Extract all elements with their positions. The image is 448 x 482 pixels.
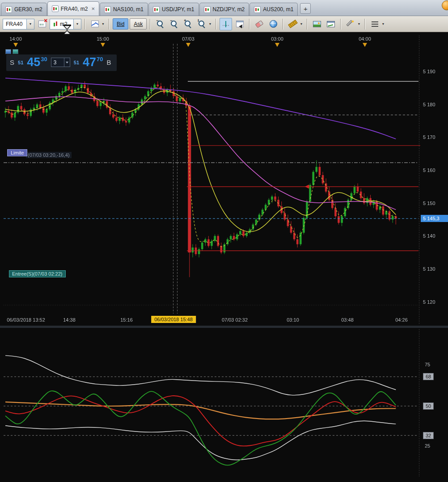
price-axis-label: 5 130	[423, 266, 435, 272]
main-chart-area[interactable]	[4, 44, 419, 314]
zoom-in-icon[interactable]: +	[182, 18, 194, 30]
quantity-stepper[interactable]: 3	[51, 58, 70, 67]
time-axis-label: 14:38	[63, 317, 76, 323]
windowchart-glyph	[327, 21, 335, 27]
ask-button[interactable]: Ask	[130, 18, 147, 29]
price-axis-label: 5 140	[423, 233, 435, 239]
linechart-glyph	[91, 21, 99, 27]
lines-glyph	[372, 21, 378, 27]
time-marker-icon	[186, 43, 190, 47]
instrument-chart-icon	[254, 6, 261, 13]
toolbar-separator	[85, 19, 85, 29]
selected-time-label: 06/03/2018 15:48	[151, 316, 196, 323]
toolbar-separator	[364, 19, 365, 29]
buy-side-label: B	[107, 59, 111, 66]
display-options-icon[interactable]	[368, 18, 381, 30]
chevron-down-icon[interactable]: ▼	[73, 19, 81, 29]
indicator-panel-area[interactable]	[4, 329, 419, 478]
tab-close-icon[interactable]: ×	[91, 6, 95, 12]
time-axis-label: 04:00	[359, 36, 371, 42]
chevron-down-icon	[66, 62, 68, 63]
chevron-down-icon[interactable]: ▼	[26, 19, 34, 29]
indicator-level-label: 32	[423, 432, 434, 439]
time-axis-label: 15:16	[120, 317, 133, 323]
price-axis-label: 5 150	[423, 201, 435, 206]
toolbar-separator	[216, 19, 216, 29]
buy-price-decimals: 70	[97, 56, 103, 62]
bid-button[interactable]: Bid	[113, 18, 128, 29]
analysis-wand-icon[interactable]	[344, 18, 357, 30]
sell-price-button[interactable]: 45 30	[27, 56, 47, 68]
snapshot-icon[interactable]	[311, 18, 323, 30]
time-axis-label: 07/03	[182, 36, 194, 42]
mini-toolbar-icon-teal[interactable]	[13, 49, 18, 54]
chartx-glyph	[38, 21, 46, 27]
price-axis-label: 5 120	[423, 299, 435, 305]
time-axis-label: 03:48	[341, 317, 354, 323]
instrument-select[interactable]: FRA40▼	[3, 19, 34, 29]
instrument-chart-icon	[5, 6, 12, 13]
buy-price-button[interactable]: 47 70	[83, 56, 103, 68]
tab-nas100-m1[interactable]: NAS100, m1	[100, 3, 148, 16]
zoom-back-icon[interactable]: −	[154, 18, 166, 30]
toolbar-separator	[150, 19, 151, 29]
globe-icon[interactable]	[267, 18, 279, 30]
instrument-chart-icon	[52, 5, 59, 12]
indicator-level-label: 68	[423, 373, 434, 380]
indicator-level-label: 75	[425, 362, 430, 367]
chevron-down-icon[interactable]: ▼	[101, 18, 106, 30]
instrument-select-value: FRA40	[3, 21, 26, 27]
chevron-down-icon[interactable]: ▼	[207, 18, 212, 30]
mini-toolbar-icon-blue[interactable]	[5, 49, 11, 54]
chevron-down-icon[interactable]: ▼	[299, 18, 304, 30]
vertical-cursor-icon[interactable]	[220, 18, 232, 30]
eraser-glyph	[255, 20, 264, 28]
tab-usdjpy-m1[interactable]: USD/JPY, m1	[148, 3, 199, 16]
time-axis-label: 04:26	[395, 317, 408, 323]
time-axis-label: 14:00	[9, 36, 22, 42]
tab-nzdjpy-m2[interactable]: NZD/JPY, m2	[199, 3, 249, 16]
limit-order-info: (07/03 03:20,-16,4)	[26, 152, 72, 158]
wand-glyph	[347, 21, 354, 27]
new-tab-button[interactable]: +	[300, 3, 311, 14]
chart-style-button[interactable]	[89, 18, 101, 30]
zoom-selection-icon[interactable]: I	[195, 18, 208, 30]
candle-icon	[53, 21, 58, 27]
current-price-badge: 5 145,3	[421, 215, 448, 222]
ruler-icon[interactable]	[287, 18, 299, 30]
indicator-level-label: 50	[423, 402, 434, 410]
price-axis[interactable]	[420, 44, 448, 314]
chart-window-icon[interactable]	[325, 18, 337, 30]
mag-glyph	[198, 20, 206, 28]
tab-label: NAS100, m1	[113, 6, 144, 13]
eraser-icon[interactable]	[253, 18, 266, 30]
instrument-chart-icon	[153, 6, 160, 13]
indicator-level-label: 25	[425, 443, 430, 448]
ruler-glyph	[288, 20, 298, 28]
trading-app-window: GER30, m2FRA40, m2×NAS100, m1USD/JPY, m1…	[0, 0, 448, 482]
entry-badge[interactable]: Entree(S)(07/03 02:22)	[9, 270, 66, 277]
sell-price-main: 45	[27, 56, 40, 68]
sell-side-label: S	[10, 59, 14, 66]
tab-label: NZD/JPY, m2	[213, 6, 245, 13]
quotes-off-icon[interactable]	[36, 18, 48, 30]
tab-bar: GER30, m2FRA40, m2×NAS100, m1USD/JPY, m1…	[0, 0, 448, 16]
buy-price-main: 47	[83, 56, 96, 68]
instrument-chart-icon	[204, 6, 211, 13]
chevron-down-icon[interactable]: ▼	[356, 18, 361, 30]
quantity-dropdown[interactable]	[64, 58, 70, 67]
tab-label: FRA40, m2	[61, 6, 88, 12]
tab-ger30-m2[interactable]: GER30, m2	[1, 3, 47, 16]
tab-aus200-m1[interactable]: AUS200, m1	[249, 3, 298, 16]
tab-label: USD/JPY, m1	[162, 6, 194, 13]
limit-order-badge[interactable]: Limite	[7, 149, 27, 156]
chevron-down-icon[interactable]: ▼	[380, 18, 385, 30]
pointer-tool-icon[interactable]	[233, 18, 246, 30]
cursorline-glyph	[223, 21, 229, 27]
toolbar-separator	[249, 19, 250, 29]
tab-label: AUS200, m1	[263, 6, 293, 13]
zoom-forward-icon[interactable]: −	[168, 18, 180, 30]
tab-fra40-m2[interactable]: FRA40, m2×	[47, 1, 99, 16]
hourglass-cursor-icon	[63, 25, 71, 35]
tab-label: GER30, m2	[14, 6, 42, 13]
